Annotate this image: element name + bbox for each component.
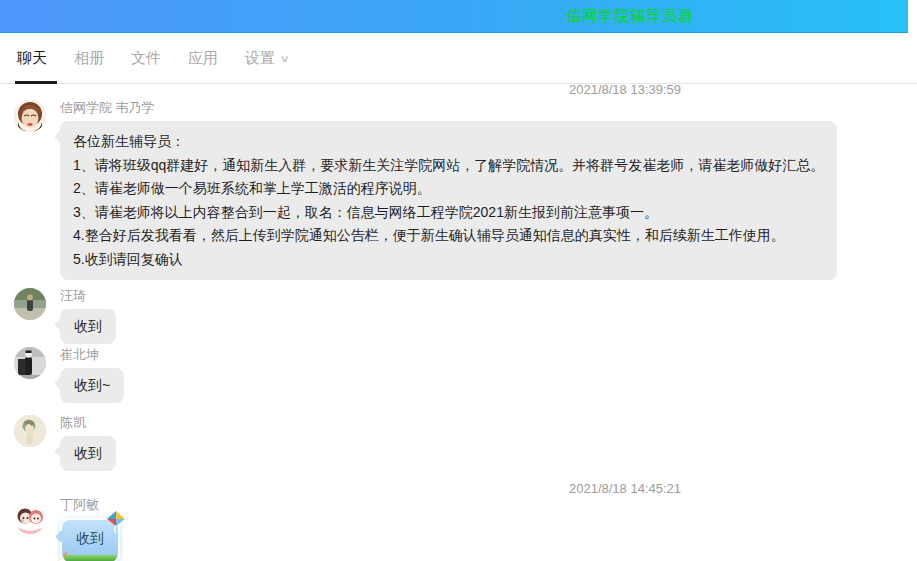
message-bubble[interactable]: 收到~	[60, 368, 124, 403]
message-bubble[interactable]: 收到	[60, 436, 116, 471]
avatar[interactable]	[14, 347, 46, 379]
message-text: 收到	[76, 530, 104, 546]
message-line: 各位新生辅导员：	[73, 130, 824, 154]
title-bar: 信网学院辅导员群	[0, 0, 908, 33]
tab-settings[interactable]: 设置 ∨	[245, 33, 288, 84]
message-text: 收到	[74, 318, 102, 334]
message-line: 4.整合好后发我看看，然后上传到学院通知公告栏，便于新生确认辅导员通知信息的真实…	[73, 224, 824, 248]
illustration-avatar-icon	[14, 415, 46, 447]
avatar[interactable]	[14, 415, 46, 447]
timestamp: 2021/8/18 14:45:21	[569, 481, 681, 496]
timestamp: 2021/8/18 13:39:59	[569, 82, 681, 97]
tab-album-label: 相册	[74, 49, 104, 68]
avatar[interactable]	[14, 100, 46, 132]
outdoor-photo-avatar-icon	[14, 288, 46, 320]
cartoon-couple-avatar-icon	[14, 502, 46, 534]
message-line: 3、请崔老师将以上内容整合到一起，取名：信息与网络工程学院2021新生报到前注意…	[73, 201, 824, 225]
group-chat-window: 信网学院辅导员群 聊天 相册 文件 应用 设置 ∨ 2021/8/18 13:3…	[0, 0, 917, 561]
tab-chat-label: 聊天	[17, 49, 47, 68]
message-text: 收到~	[74, 377, 110, 393]
message-line: 1、请将班级qq群建好，通知新生入群，要求新生关注学院网站，了解学院情况。并将群…	[73, 154, 824, 178]
tab-apps[interactable]: 应用	[188, 33, 218, 84]
kite-icon	[105, 510, 127, 534]
cartoon-woman-avatar-icon	[14, 100, 46, 132]
tab-album[interactable]: 相册	[74, 33, 104, 84]
group-title: 信网学院辅导员群	[566, 7, 694, 26]
themed-message-bubble[interactable]: 收到	[60, 518, 120, 561]
avatar[interactable]	[14, 502, 46, 534]
sender-name: 崔北坤	[60, 347, 917, 363]
sender-name: 丁阿敏	[60, 497, 917, 513]
tab-bar: 聊天 相册 文件 应用 设置 ∨	[0, 33, 917, 84]
tab-chat[interactable]: 聊天	[17, 33, 47, 84]
message-bubble[interactable]: 收到	[60, 309, 116, 344]
tab-files-label: 文件	[131, 49, 161, 68]
sender-name: 汪琦	[60, 288, 917, 304]
message-text: 收到	[74, 445, 102, 461]
tab-apps-label: 应用	[188, 49, 218, 68]
message-line: 2、请崔老师做一个易班系统和掌上学工激活的程序说明。	[73, 177, 824, 201]
message-line: 5.收到请回复确认	[73, 248, 824, 272]
message-cuibeikun: 崔北坤 收到~	[0, 347, 917, 403]
message-chenkai: 陈凯 收到	[0, 415, 917, 471]
chevron-down-icon: ∨	[280, 53, 290, 64]
grass-decoration-icon	[63, 555, 117, 561]
message-weinaixue: 信网学院 韦乃学 各位新生辅导员： 1、请将班级qq群建好，通知新生入群，要求新…	[0, 100, 917, 280]
bw-photo-avatar-icon	[14, 347, 46, 379]
tab-settings-label: 设置	[245, 49, 275, 68]
tab-files[interactable]: 文件	[131, 33, 161, 84]
message-dingamin: 丁阿敏 收到	[0, 497, 917, 561]
paper-plane-icon	[52, 551, 68, 561]
sender-name: 陈凯	[60, 415, 917, 431]
avatar[interactable]	[14, 288, 46, 320]
sender-name: 信网学院 韦乃学	[60, 100, 917, 116]
message-wangqi: 汪琦 收到	[0, 288, 917, 344]
message-bubble[interactable]: 各位新生辅导员： 1、请将班级qq群建好，通知新生入群，要求新生关注学院网站，了…	[60, 121, 837, 280]
